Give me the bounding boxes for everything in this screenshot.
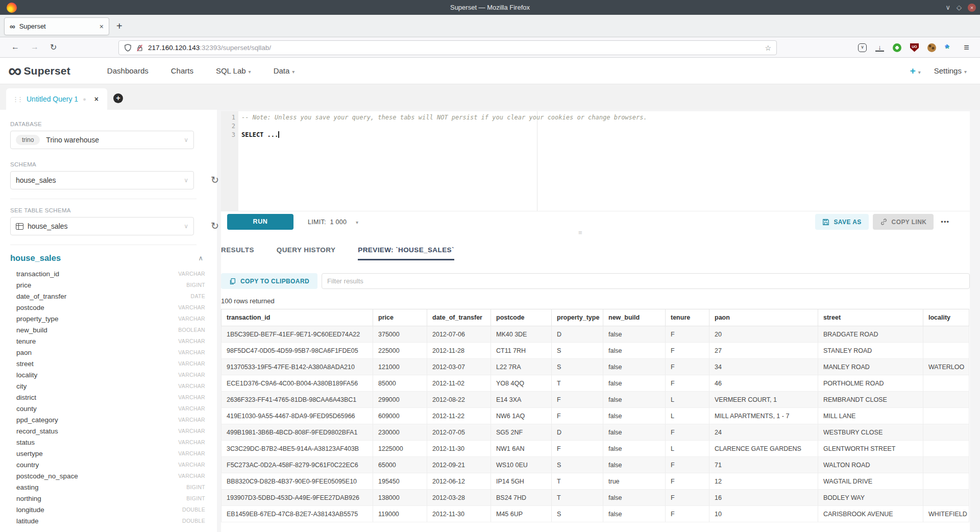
table-select[interactable]: house_sales ∨ bbox=[10, 217, 194, 235]
window-maximize-button[interactable]: ◇ bbox=[957, 4, 962, 11]
back-button[interactable]: ← bbox=[11, 42, 19, 52]
limit-dropdown[interactable]: LIMIT: 1 000 ▾ bbox=[308, 219, 358, 226]
table-column-row[interactable]: record_statusVARCHAR bbox=[10, 425, 205, 437]
nav-item-dashboards[interactable]: Dashboards bbox=[107, 66, 149, 75]
table-column-row[interactable]: districtVARCHAR bbox=[10, 392, 205, 403]
cookie-extension-icon[interactable] bbox=[927, 43, 936, 52]
column-name: usertype bbox=[16, 450, 43, 457]
table-column-row[interactable]: streetVARCHAR bbox=[10, 358, 205, 369]
query-tab-close-icon[interactable]: × bbox=[94, 95, 99, 103]
column-header-property_type[interactable]: property_type bbox=[552, 309, 603, 326]
table-cell: BRADGATE ROAD bbox=[818, 326, 923, 343]
sql-editor[interactable]: 123 -- Note: Unless you save your query,… bbox=[221, 111, 970, 211]
downloads-icon[interactable]: ↓ bbox=[875, 44, 884, 52]
column-header-price[interactable]: price bbox=[373, 309, 427, 326]
more-actions-icon[interactable]: ••• bbox=[941, 218, 949, 226]
table-column-row[interactable]: date_of_transferDATE bbox=[10, 291, 205, 302]
table-column-row[interactable]: tenureVARCHAR bbox=[10, 335, 205, 347]
results-tab-query-history[interactable]: QUERY HISTORY bbox=[277, 246, 335, 260]
table-column-row[interactable]: postcodeVARCHAR bbox=[10, 302, 205, 313]
column-header-paon[interactable]: paon bbox=[709, 309, 818, 326]
pocket-icon[interactable]: ∨ bbox=[858, 43, 867, 52]
superset-infinity-icon: ∞ bbox=[8, 63, 20, 79]
new-tab-button[interactable]: + bbox=[116, 20, 122, 32]
table-column-row[interactable]: northingBIGINT bbox=[10, 493, 205, 504]
forward-button[interactable]: → bbox=[31, 42, 39, 52]
table-column-row[interactable]: latitudeDOUBLE bbox=[10, 515, 205, 526]
settings-menu[interactable]: Settings▾ bbox=[934, 66, 967, 75]
column-header-street[interactable]: street bbox=[818, 309, 923, 326]
save-as-button[interactable]: SAVE AS bbox=[815, 214, 868, 230]
nav-item-charts[interactable]: Charts bbox=[171, 66, 193, 75]
table-column-row[interactable]: new_buildBOOLEAN bbox=[10, 324, 205, 335]
table-column-row[interactable]: countyVARCHAR bbox=[10, 403, 205, 414]
table-column-row[interactable]: property_typeVARCHAR bbox=[10, 313, 205, 324]
chevron-down-icon: ▾ bbox=[292, 69, 295, 75]
column-header-postcode[interactable]: postcode bbox=[491, 309, 552, 326]
column-header-tenure[interactable]: tenure bbox=[666, 309, 709, 326]
copy-link-button[interactable]: COPY LINK bbox=[873, 214, 934, 230]
table-column-row[interactable]: paonVARCHAR bbox=[10, 347, 205, 358]
nav-item-data[interactable]: Data▾ bbox=[274, 66, 295, 75]
run-button[interactable]: RUN bbox=[227, 214, 293, 230]
refresh-schemas-icon[interactable]: ↻ bbox=[211, 174, 219, 186]
add-new-button[interactable]: +▾ bbox=[910, 65, 921, 77]
table-column-row[interactable]: statusVARCHAR bbox=[10, 437, 205, 448]
window-close-button[interactable]: × bbox=[968, 4, 976, 12]
table-column-row[interactable]: cityVARCHAR bbox=[10, 380, 205, 392]
url-bar[interactable]: 217.160.120.143:32393/superset/sqllab/ ☆ bbox=[118, 40, 777, 55]
refresh-tables-icon[interactable]: ↻ bbox=[211, 220, 219, 232]
table-column-row[interactable]: priceBIGINT bbox=[10, 279, 205, 291]
divider bbox=[10, 199, 197, 199]
filter-results-input[interactable] bbox=[322, 273, 970, 289]
collapse-table-icon[interactable]: ∧ bbox=[198, 254, 203, 262]
insecure-lock-icon[interactable] bbox=[136, 44, 143, 52]
table-column-row[interactable]: longitudeDOUBLE bbox=[10, 504, 205, 515]
results-tab-results[interactable]: RESULTS bbox=[221, 246, 254, 260]
column-name: record_status bbox=[16, 427, 58, 435]
query-tab-untitled[interactable]: ⋮⋮ Untitled Query 1 ● × bbox=[6, 88, 107, 110]
column-header-transaction_id[interactable]: transaction_id bbox=[222, 309, 373, 326]
results-tab-preview-house-sales[interactable]: PREVIEW: `HOUSE_SALES` bbox=[358, 246, 454, 260]
table-cell: M45 6UP bbox=[491, 506, 552, 522]
column-header-date_of_transfer[interactable]: date_of_transfer bbox=[427, 309, 491, 326]
table-name-heading[interactable]: house_sales bbox=[10, 253, 61, 263]
table-column-row[interactable]: usertypeVARCHAR bbox=[10, 448, 205, 459]
column-name: transaction_id bbox=[16, 270, 59, 278]
table-cell: F bbox=[666, 490, 709, 506]
drag-handle-icon[interactable]: ⋮⋮ bbox=[12, 95, 21, 103]
table-cell: 1B5C39ED-BE7F-41EF-9E71-9C60EED74A22 bbox=[222, 326, 373, 343]
table-column-row[interactable]: ppd_categoryVARCHAR bbox=[10, 414, 205, 425]
browser-tab-superset[interactable]: ∞ Superset × bbox=[4, 17, 109, 35]
tab-close-icon[interactable]: × bbox=[100, 22, 104, 31]
window-minimize-button[interactable]: ∨ bbox=[945, 4, 950, 11]
pane-drag-handle-icon[interactable]: ≡ bbox=[578, 229, 582, 236]
line-number: 3 bbox=[221, 131, 235, 139]
column-type: BIGINT bbox=[186, 484, 205, 490]
editor-code[interactable]: -- Note: Unless you save your query, the… bbox=[241, 113, 970, 139]
superset-logo[interactable]: ∞ Superset bbox=[8, 63, 70, 79]
database-select[interactable]: trino Trino warehouse ∨ bbox=[10, 131, 194, 149]
tracking-shield-icon[interactable] bbox=[124, 44, 132, 52]
ublock-icon[interactable]: UO bbox=[910, 43, 919, 52]
table-cell: WS10 0EU bbox=[491, 457, 552, 473]
add-query-tab-button[interactable]: + bbox=[113, 93, 123, 103]
table-column-row[interactable]: eastingBIGINT bbox=[10, 481, 205, 493]
table-column-row[interactable]: localityVARCHAR bbox=[10, 369, 205, 380]
schema-select[interactable]: house_sales ∨ bbox=[10, 171, 194, 189]
table-cell: 2012-03-28 bbox=[427, 490, 491, 506]
column-header-locality[interactable]: locality bbox=[923, 309, 969, 326]
table-cell: 34 bbox=[709, 359, 818, 375]
privacy-badger-icon[interactable] bbox=[893, 43, 901, 52]
copy-to-clipboard-button[interactable]: COPY TO CLIPBOARD bbox=[221, 273, 317, 289]
nav-item-sql-lab[interactable]: SQL Lab▾ bbox=[216, 66, 251, 75]
reload-button[interactable]: ↻ bbox=[50, 42, 57, 52]
menu-hamburger-icon[interactable]: ≡ bbox=[962, 43, 971, 52]
bookmark-star-icon[interactable]: ☆ bbox=[765, 44, 771, 52]
table-column-row[interactable]: transaction_idVARCHAR bbox=[10, 268, 205, 279]
column-header-new_build[interactable]: new_build bbox=[603, 309, 666, 326]
table-column-row[interactable]: countryVARCHAR bbox=[10, 459, 205, 470]
table-column-row[interactable]: postcode_no_spaceVARCHAR bbox=[10, 470, 205, 481]
extension-asterisk-icon[interactable]: * bbox=[945, 43, 953, 52]
table-cell: SG5 2NF bbox=[491, 424, 552, 441]
